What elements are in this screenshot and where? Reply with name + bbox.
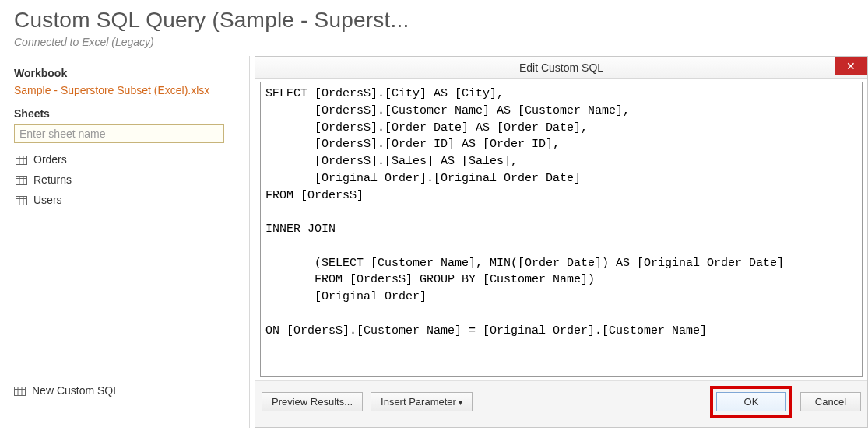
sql-icon <box>14 386 26 395</box>
svg-rect-0 <box>16 156 27 165</box>
workbook-file-link[interactable]: Sample - Superstore Subset (Excel).xlsx <box>14 84 235 96</box>
svg-rect-4 <box>16 177 27 185</box>
ok-highlight-frame: OK <box>710 386 792 418</box>
table-icon <box>16 155 27 164</box>
close-button[interactable]: ✕ <box>835 57 867 75</box>
new-custom-sql-label: New Custom SQL <box>32 384 119 397</box>
dialog-footer: Preview Results... Insert Parameter OK C… <box>255 380 867 427</box>
dialog-title: Edit Custom SQL <box>519 61 603 74</box>
left-panel: Workbook Sample - Superstore Subset (Exc… <box>0 56 249 428</box>
close-icon: ✕ <box>846 55 856 77</box>
svg-rect-8 <box>16 197 27 205</box>
workbook-heading: Workbook <box>14 67 235 79</box>
table-icon <box>16 175 27 184</box>
sheet-item-orders[interactable]: Orders <box>14 149 235 170</box>
insert-parameter-dropdown[interactable]: Insert Parameter <box>371 392 473 411</box>
right-area: Edit Custom SQL ✕ SELECT [Orders$].[City… <box>249 56 868 428</box>
sheet-label: Orders <box>33 153 67 166</box>
ok-button[interactable]: OK <box>716 392 786 411</box>
sheets-heading: Sheets <box>14 107 235 120</box>
sql-editor-textarea[interactable]: SELECT [Orders$].[City] AS [City], [Orde… <box>260 82 863 377</box>
sheet-item-users[interactable]: Users <box>14 190 235 210</box>
sheet-label: Returns <box>33 173 72 186</box>
edit-custom-sql-dialog: Edit Custom SQL ✕ SELECT [Orders$].[City… <box>255 56 868 428</box>
cancel-button[interactable]: Cancel <box>800 392 861 411</box>
dialog-titlebar: Edit Custom SQL ✕ <box>255 57 867 79</box>
table-icon <box>16 195 27 205</box>
svg-rect-12 <box>15 387 26 396</box>
sheet-name-input[interactable] <box>14 124 224 143</box>
new-custom-sql-button[interactable]: New Custom SQL <box>14 384 119 397</box>
preview-results-button[interactable]: Preview Results... <box>262 392 363 411</box>
page-title: Custom SQL Query (Sample - Superst... <box>0 0 868 36</box>
connection-status: Connected to Excel (Legacy) <box>0 36 868 56</box>
sheet-label: Users <box>33 194 62 206</box>
sheet-item-returns[interactable]: Returns <box>14 170 235 190</box>
